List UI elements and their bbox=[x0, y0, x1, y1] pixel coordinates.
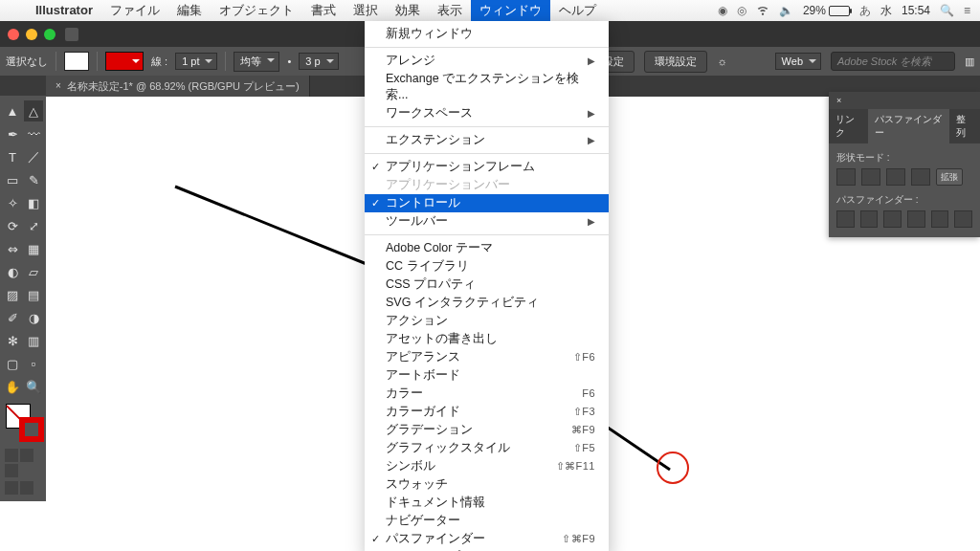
preferences-button[interactable]: 環境設定 bbox=[644, 51, 707, 73]
workspace-switcher[interactable]: Web bbox=[775, 53, 821, 70]
outline-icon[interactable] bbox=[931, 210, 949, 228]
free-transform-tool[interactable]: ▦ bbox=[24, 238, 43, 259]
selection-tool[interactable]: ▲ bbox=[3, 100, 22, 121]
expand-button[interactable]: 拡張 bbox=[936, 168, 963, 186]
app-name[interactable]: Illustrator bbox=[27, 0, 101, 21]
rectangle-tool[interactable]: ▭ bbox=[3, 169, 22, 190]
menu-item[interactable]: アクション bbox=[365, 312, 609, 330]
crop-icon[interactable] bbox=[907, 210, 925, 228]
menu-effect[interactable]: 効果 bbox=[387, 0, 429, 21]
document-tab[interactable]: × 名称未設定-1* @ 68.92% (RGB/GPU プレビュー) bbox=[46, 76, 310, 97]
minus-front-icon[interactable] bbox=[861, 168, 880, 186]
pathfinder-panel[interactable]: × リンク パスファインダー 整列 形状モード : 拡張 パスファインダー : bbox=[829, 92, 980, 237]
menu-item[interactable]: アートボード bbox=[365, 366, 609, 385]
artboard-tool[interactable]: ▢ bbox=[3, 353, 22, 374]
menu-item[interactable]: アレンジ▶ bbox=[365, 52, 609, 70]
hand-tool[interactable]: ✋ bbox=[3, 376, 22, 397]
menu-select[interactable]: 選択 bbox=[345, 0, 387, 21]
menu-item[interactable]: カラーガイド⇧F3 bbox=[365, 403, 609, 421]
intersect-icon[interactable] bbox=[886, 168, 905, 186]
menu-item[interactable]: CSS プロパティ bbox=[365, 276, 609, 294]
eraser-tool[interactable]: ◧ bbox=[24, 192, 43, 213]
direct-selection-tool[interactable]: △ bbox=[24, 100, 43, 121]
zoom-tool[interactable]: 🔍 bbox=[24, 376, 43, 397]
shaper-tool[interactable]: ✧ bbox=[3, 192, 22, 213]
fill-swatch[interactable] bbox=[64, 52, 89, 71]
menu-item[interactable]: ナビゲーター bbox=[365, 512, 609, 530]
menu-item[interactable]: 新規ウィンドウ bbox=[365, 25, 609, 43]
shape-mode-buttons[interactable]: 拡張 bbox=[836, 168, 972, 186]
minimize-icon[interactable] bbox=[26, 29, 37, 40]
perspective-tool[interactable]: ▱ bbox=[24, 261, 43, 282]
pathfinder-buttons[interactable] bbox=[836, 210, 972, 228]
close-tab-icon[interactable]: × bbox=[56, 76, 61, 97]
line-tool[interactable]: ／ bbox=[24, 146, 43, 167]
unite-icon[interactable] bbox=[836, 168, 856, 186]
tab-links[interactable]: リンク bbox=[829, 109, 868, 143]
blend-tool[interactable]: ◑ bbox=[24, 307, 43, 328]
maximize-icon[interactable] bbox=[44, 29, 56, 40]
prefs-gear-icon[interactable]: ☼ bbox=[717, 55, 726, 67]
menu-item[interactable]: グラデーション⌘F9 bbox=[365, 421, 609, 439]
menu-help[interactable]: ヘルプ bbox=[550, 0, 605, 21]
color-mode-icons[interactable] bbox=[4, 448, 46, 478]
spotlight-icon[interactable]: 🔍 bbox=[940, 4, 954, 17]
menu-extras-icon[interactable]: ≡ bbox=[964, 4, 970, 17]
tab-align[interactable]: 整列 bbox=[949, 109, 980, 143]
merge-icon[interactable] bbox=[883, 210, 902, 228]
exclude-icon[interactable] bbox=[911, 168, 930, 186]
stroke-color[interactable] bbox=[19, 417, 44, 442]
close-icon[interactable] bbox=[8, 29, 19, 40]
menu-object[interactable]: オブジェクト bbox=[211, 0, 302, 21]
menu-item[interactable]: パスファインダー⇧⌘F9 bbox=[365, 530, 609, 548]
divide-icon[interactable] bbox=[836, 210, 855, 228]
pen-tool[interactable]: ✒ bbox=[3, 123, 22, 144]
menu-item[interactable]: アセットの書き出し bbox=[365, 330, 609, 348]
minus-back-icon[interactable] bbox=[954, 210, 972, 228]
menu-item[interactable]: CC ライブラリ bbox=[365, 257, 609, 276]
menu-item[interactable]: ワークスペース▶ bbox=[365, 104, 609, 122]
adobe-stock-search[interactable]: Adobe Stock を検索 bbox=[831, 52, 955, 71]
arrange-docs-icon[interactable]: ▥ bbox=[965, 55, 974, 68]
graph-tool[interactable]: ▥ bbox=[24, 330, 43, 351]
menu-item[interactable]: SVG インタラクティビティ bbox=[365, 294, 609, 312]
stroke-weight-field[interactable]: 1 pt bbox=[175, 53, 217, 70]
panel-close-icon[interactable]: × bbox=[836, 96, 841, 105]
gradient-tool[interactable]: ▤ bbox=[24, 284, 43, 305]
menu-item[interactable]: スウォッチ bbox=[365, 475, 609, 494]
menu-file[interactable]: ファイル bbox=[101, 0, 168, 21]
menu-item[interactable]: カラーF6 bbox=[365, 385, 609, 403]
menu-view[interactable]: 表示 bbox=[429, 0, 471, 21]
trim-icon[interactable] bbox=[860, 210, 879, 228]
shape-builder-tool[interactable]: ◐ bbox=[3, 261, 22, 282]
menu-item[interactable]: ツールバー▶ bbox=[365, 212, 609, 231]
rotate-tool[interactable]: ⟳ bbox=[3, 215, 22, 236]
fill-stroke-control[interactable] bbox=[6, 404, 44, 442]
menu-item[interactable]: アピアランス⇧F6 bbox=[365, 348, 609, 366]
menu-item[interactable]: アプリケーションフレーム bbox=[365, 158, 609, 176]
width-tool[interactable]: ⇔ bbox=[3, 238, 22, 259]
mesh-tool[interactable]: ▨ bbox=[3, 284, 22, 305]
panel-tabs[interactable]: リンク パスファインダー 整列 bbox=[829, 109, 980, 143]
menu-type[interactable]: 書式 bbox=[302, 0, 345, 21]
menu-item[interactable]: Exchange でエクステンションを検索... bbox=[365, 70, 609, 104]
curvature-tool[interactable]: 〰 bbox=[24, 123, 43, 144]
menu-item[interactable]: グラフィックスタイル⇧F5 bbox=[365, 439, 609, 457]
brush-tool[interactable]: ✎ bbox=[24, 169, 43, 190]
screen-mode-icons[interactable] bbox=[4, 480, 46, 496]
stroke-swatch[interactable] bbox=[105, 52, 144, 71]
menu-window[interactable]: ウィンドウ bbox=[471, 0, 550, 21]
type-tool[interactable]: T bbox=[3, 146, 22, 167]
tab-pathfinder[interactable]: パスファインダー bbox=[868, 109, 949, 143]
window-controls[interactable] bbox=[8, 29, 56, 40]
slice-tool[interactable]: ▫ bbox=[24, 353, 43, 374]
eyedropper-tool[interactable]: ✐ bbox=[3, 307, 22, 328]
menu-item[interactable]: コントロール bbox=[365, 194, 609, 212]
point-field[interactable]: 3 p bbox=[299, 53, 338, 70]
menu-edit[interactable]: 編集 bbox=[168, 0, 211, 21]
menu-item[interactable]: ドキュメント情報 bbox=[365, 494, 609, 512]
symbol-sprayer-tool[interactable]: ✻ bbox=[3, 330, 22, 351]
menu-item[interactable]: シンボル⇧⌘F11 bbox=[365, 457, 609, 475]
menu-item[interactable]: エクステンション▶ bbox=[365, 131, 609, 149]
menu-item[interactable]: Adobe Color テーマ bbox=[365, 239, 609, 257]
